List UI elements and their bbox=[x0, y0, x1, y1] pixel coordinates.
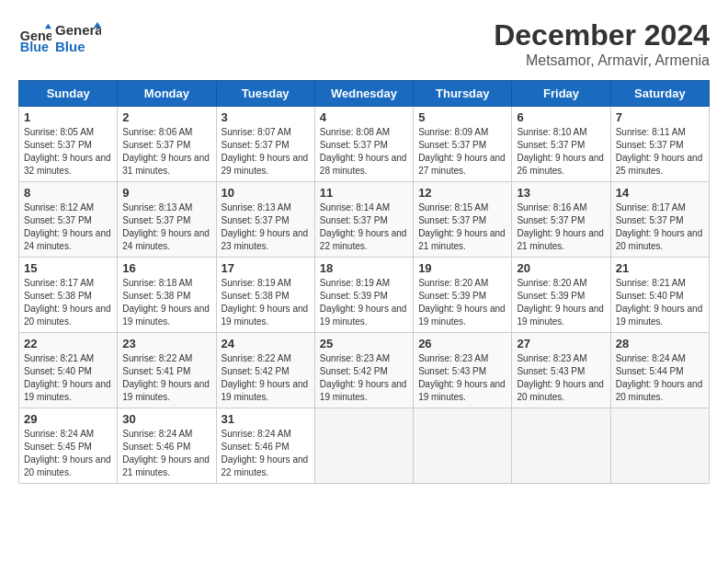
sunrise-label: Sunrise: 8:22 AM bbox=[222, 353, 291, 363]
calendar-day-17: 17 Sunrise: 8:19 AM Sunset: 5:38 PM Dayl… bbox=[216, 258, 314, 333]
day-number: 19 bbox=[418, 261, 506, 275]
daylight-label: Daylight: 9 hours and 19 minutes. bbox=[517, 304, 604, 327]
sunrise-label: Sunrise: 8:07 AM bbox=[222, 127, 291, 137]
sunset-label: Sunset: 5:46 PM bbox=[122, 442, 190, 452]
sunset-label: Sunset: 5:37 PM bbox=[517, 215, 585, 225]
calendar-day-12: 12 Sunrise: 8:15 AM Sunset: 5:37 PM Dayl… bbox=[414, 182, 512, 258]
calendar-day-19: 19 Sunrise: 8:20 AM Sunset: 5:39 PM Dayl… bbox=[414, 258, 512, 333]
day-number: 26 bbox=[418, 337, 506, 350]
svg-text:Blue: Blue bbox=[55, 39, 85, 54]
sunset-label: Sunset: 5:40 PM bbox=[616, 291, 684, 301]
day-header-wednesday: Wednesday bbox=[314, 81, 413, 107]
day-number: 15 bbox=[24, 261, 112, 275]
empty-cell bbox=[314, 408, 413, 484]
day-info: Sunrise: 8:16 AM Sunset: 5:37 PM Dayligh… bbox=[517, 201, 605, 253]
svg-marker-2 bbox=[45, 24, 51, 29]
sunset-label: Sunset: 5:39 PM bbox=[517, 291, 585, 301]
svg-text:Blue: Blue bbox=[20, 40, 49, 54]
day-info: Sunrise: 8:18 AM Sunset: 5:38 PM Dayligh… bbox=[122, 277, 210, 328]
day-number: 29 bbox=[24, 412, 112, 426]
day-info: Sunrise: 8:21 AM Sunset: 5:40 PM Dayligh… bbox=[24, 352, 112, 404]
sunset-label: Sunset: 5:38 PM bbox=[24, 291, 92, 301]
day-info: Sunrise: 8:14 AM Sunset: 5:37 PM Dayligh… bbox=[320, 201, 408, 253]
daylight-label: Daylight: 9 hours and 20 minutes. bbox=[517, 379, 604, 402]
day-number: 20 bbox=[517, 261, 605, 275]
sunrise-label: Sunrise: 8:13 AM bbox=[122, 202, 192, 213]
day-header-saturday: Saturday bbox=[610, 81, 709, 107]
day-info: Sunrise: 8:20 AM Sunset: 5:39 PM Dayligh… bbox=[418, 277, 506, 328]
location-subtitle: Metsamor, Armavir, Armenia bbox=[494, 52, 710, 69]
daylight-label: Daylight: 9 hours and 19 minutes. bbox=[616, 304, 703, 327]
sunset-label: Sunset: 5:37 PM bbox=[122, 215, 190, 225]
calendar-day-15: 15 Sunrise: 8:17 AM Sunset: 5:38 PM Dayl… bbox=[19, 258, 118, 333]
day-number: 2 bbox=[122, 110, 210, 124]
calendar-day-26: 26 Sunrise: 8:23 AM Sunset: 5:43 PM Dayl… bbox=[414, 333, 512, 408]
sunrise-label: Sunrise: 8:24 AM bbox=[222, 429, 291, 439]
calendar-day-6: 6 Sunrise: 8:10 AM Sunset: 5:37 PM Dayli… bbox=[512, 107, 610, 182]
day-number: 7 bbox=[616, 110, 704, 124]
sunrise-label: Sunrise: 8:05 AM bbox=[24, 127, 94, 137]
daylight-label: Daylight: 9 hours and 29 minutes. bbox=[222, 153, 309, 176]
daylight-label: Daylight: 9 hours and 19 minutes. bbox=[122, 379, 210, 402]
sunset-label: Sunset: 5:37 PM bbox=[24, 140, 92, 150]
day-info: Sunrise: 8:21 AM Sunset: 5:40 PM Dayligh… bbox=[616, 277, 704, 328]
day-number: 13 bbox=[517, 186, 605, 200]
day-number: 11 bbox=[320, 186, 408, 200]
daylight-label: Daylight: 9 hours and 32 minutes. bbox=[24, 153, 111, 176]
day-info: Sunrise: 8:13 AM Sunset: 5:37 PM Dayligh… bbox=[222, 201, 310, 253]
day-header-thursday: Thursday bbox=[414, 81, 512, 107]
calendar-day-4: 4 Sunrise: 8:08 AM Sunset: 5:37 PM Dayli… bbox=[314, 107, 413, 182]
daylight-label: Daylight: 9 hours and 23 minutes. bbox=[222, 228, 309, 251]
sunset-label: Sunset: 5:38 PM bbox=[222, 291, 290, 301]
sunrise-label: Sunrise: 8:24 AM bbox=[24, 429, 94, 439]
sunset-label: Sunset: 5:44 PM bbox=[616, 366, 684, 376]
daylight-label: Daylight: 9 hours and 24 minutes. bbox=[122, 228, 210, 251]
calendar-week-3: 15 Sunrise: 8:17 AM Sunset: 5:38 PM Dayl… bbox=[19, 258, 710, 333]
sunset-label: Sunset: 5:42 PM bbox=[320, 366, 388, 376]
sunset-label: Sunset: 5:37 PM bbox=[418, 140, 486, 150]
day-number: 21 bbox=[616, 261, 704, 275]
logo-icon: General Blue bbox=[18, 22, 51, 55]
day-number: 9 bbox=[122, 186, 210, 200]
sunset-label: Sunset: 5:43 PM bbox=[418, 366, 486, 376]
day-number: 22 bbox=[24, 337, 112, 350]
day-number: 12 bbox=[418, 186, 506, 200]
sunrise-label: Sunrise: 8:19 AM bbox=[222, 278, 291, 288]
svg-text:General: General bbox=[55, 22, 101, 38]
day-info: Sunrise: 8:05 AM Sunset: 5:37 PM Dayligh… bbox=[24, 126, 112, 178]
daylight-label: Daylight: 9 hours and 19 minutes. bbox=[418, 304, 506, 327]
daylight-label: Daylight: 9 hours and 22 minutes. bbox=[320, 228, 407, 251]
sunrise-label: Sunrise: 8:23 AM bbox=[418, 353, 488, 363]
day-info: Sunrise: 8:06 AM Sunset: 5:37 PM Dayligh… bbox=[122, 126, 210, 178]
day-header-friday: Friday bbox=[512, 81, 610, 107]
sunrise-label: Sunrise: 8:11 AM bbox=[616, 127, 686, 137]
daylight-label: Daylight: 9 hours and 24 minutes. bbox=[24, 228, 111, 251]
daylight-label: Daylight: 9 hours and 19 minutes. bbox=[418, 379, 506, 402]
day-info: Sunrise: 8:13 AM Sunset: 5:37 PM Dayligh… bbox=[122, 201, 210, 253]
day-number: 1 bbox=[24, 110, 112, 124]
day-info: Sunrise: 8:23 AM Sunset: 5:42 PM Dayligh… bbox=[320, 352, 408, 404]
calendar-day-3: 3 Sunrise: 8:07 AM Sunset: 5:37 PM Dayli… bbox=[216, 107, 314, 182]
day-info: Sunrise: 8:23 AM Sunset: 5:43 PM Dayligh… bbox=[418, 352, 506, 404]
daylight-label: Daylight: 9 hours and 20 minutes. bbox=[24, 304, 111, 327]
day-info: Sunrise: 8:12 AM Sunset: 5:37 PM Dayligh… bbox=[24, 201, 112, 253]
day-number: 31 bbox=[222, 412, 310, 426]
day-number: 14 bbox=[616, 186, 704, 200]
day-info: Sunrise: 8:24 AM Sunset: 5:44 PM Dayligh… bbox=[616, 352, 704, 404]
sunset-label: Sunset: 5:37 PM bbox=[616, 215, 684, 225]
calendar-week-2: 8 Sunrise: 8:12 AM Sunset: 5:37 PM Dayli… bbox=[19, 182, 710, 258]
sunset-label: Sunset: 5:37 PM bbox=[616, 140, 684, 150]
daylight-label: Daylight: 9 hours and 21 minutes. bbox=[517, 228, 604, 251]
calendar-day-1: 1 Sunrise: 8:05 AM Sunset: 5:37 PM Dayli… bbox=[19, 107, 118, 182]
sunrise-label: Sunrise: 8:06 AM bbox=[122, 127, 192, 137]
month-title: December 2024 bbox=[494, 18, 710, 52]
calendar-day-21: 21 Sunrise: 8:21 AM Sunset: 5:40 PM Dayl… bbox=[610, 258, 709, 333]
day-number: 23 bbox=[122, 337, 210, 350]
calendar-week-4: 22 Sunrise: 8:21 AM Sunset: 5:40 PM Dayl… bbox=[19, 333, 710, 408]
day-info: Sunrise: 8:22 AM Sunset: 5:42 PM Dayligh… bbox=[222, 352, 310, 404]
sunrise-label: Sunrise: 8:17 AM bbox=[24, 278, 94, 288]
calendar-day-2: 2 Sunrise: 8:06 AM Sunset: 5:37 PM Dayli… bbox=[118, 107, 216, 182]
calendar-day-11: 11 Sunrise: 8:14 AM Sunset: 5:37 PM Dayl… bbox=[314, 182, 413, 258]
calendar-day-30: 30 Sunrise: 8:24 AM Sunset: 5:46 PM Dayl… bbox=[118, 408, 216, 484]
empty-cell bbox=[610, 408, 709, 484]
